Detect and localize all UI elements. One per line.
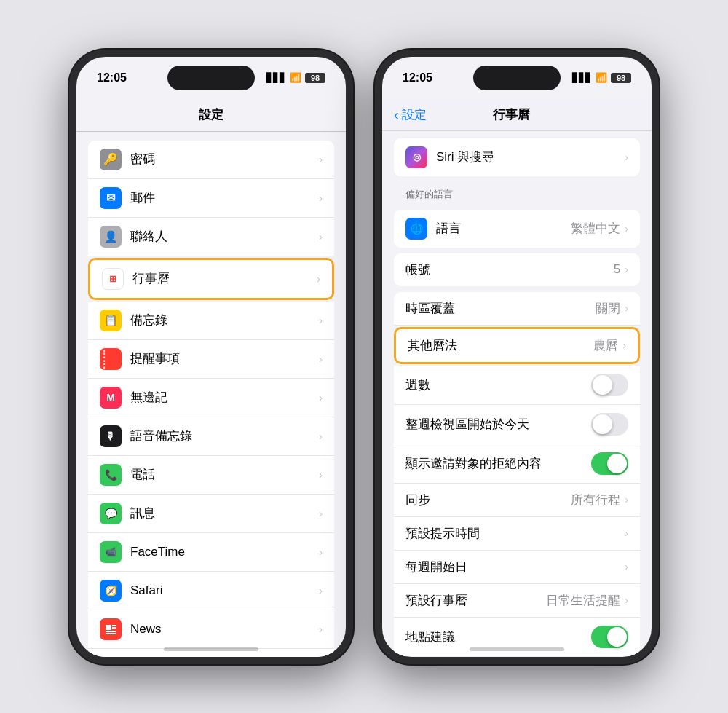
settings-item-messages[interactable]: 💬 訊息 ›	[88, 495, 334, 533]
week-start-day-item[interactable]: 每週開始日 ›	[394, 551, 640, 584]
voice-memo-label: 語音備忘錄	[130, 428, 319, 444]
sync-chevron: ›	[625, 494, 628, 505]
phone-right: 12:05 ▋▋▋ 📶 98 ‹ 設定 行事曆 ◎ Siri 與搜尋	[375, 50, 659, 664]
default-calendar-item[interactable]: 預設行事曆 日常生活提醒 ›	[394, 584, 640, 618]
settings-list-left: 🔑 密碼 › ✉ 郵件 › 👤 聯絡人 › ⊞	[76, 132, 346, 664]
language-group: 🌐 語言 繁體中文 ›	[394, 210, 640, 248]
nav-title-right: 行事曆	[427, 106, 596, 123]
facetime-chevron: ›	[319, 546, 323, 558]
phone-frame-left: 12:05 ▋▋▋ 📶 98 設定 🔑 密碼 › ✉	[69, 50, 353, 664]
notes-icon: 📋	[100, 310, 122, 331]
week-numbers-thumb	[593, 375, 612, 395]
default-calendar-label: 預設行事曆	[405, 592, 546, 609]
week-numbers-item[interactable]: 週數	[394, 366, 640, 405]
settings-item-freeform[interactable]: M 無邊記 ›	[88, 379, 334, 417]
voice-memo-icon: 🎙	[100, 425, 122, 447]
show-invite-label: 顯示邀請對象的拒絕內容	[405, 455, 591, 472]
show-invite-item[interactable]: 顯示邀請對象的拒絕內容	[394, 444, 640, 484]
settings-item-password[interactable]: 🔑 密碼 ›	[88, 141, 334, 179]
default-calendar-chevron: ›	[625, 594, 628, 606]
facetime-label: FaceTime	[130, 545, 319, 559]
home-indicator-right	[470, 647, 564, 651]
account-value: 5	[614, 262, 620, 277]
phone-left: 12:05 ▋▋▋ 📶 98 設定 🔑 密碼 › ✉	[69, 50, 353, 664]
mail-chevron: ›	[319, 192, 323, 204]
settings-item-contacts[interactable]: 👤 聯絡人 ›	[88, 218, 334, 256]
siri-group: ◎ Siri 與搜尋 ›	[394, 138, 640, 176]
phone-icon: 📞	[100, 464, 122, 486]
globe-icon: 🌐	[405, 218, 427, 240]
week-numbers-label: 週數	[405, 377, 591, 393]
stocks-label: 股市	[130, 659, 319, 664]
safari-label: Safari	[130, 583, 319, 598]
settings-group-1: 🔑 密碼 › ✉ 郵件 › 👤 聯絡人 › ⊞	[88, 141, 334, 664]
calendar-settings: ◎ Siri 與搜尋 › 偏好的語言 🌐 語言 繁體中文 › 帳號	[382, 131, 652, 660]
location-toggle[interactable]	[591, 626, 628, 648]
dynamic-island-left	[167, 66, 255, 90]
settings-item-safari[interactable]: 🧭 Safari ›	[88, 572, 334, 610]
home-indicator-left	[164, 647, 258, 651]
facetime-icon: 📹	[100, 541, 122, 563]
week-numbers-toggle[interactable]	[591, 374, 628, 396]
settings-item-calendar[interactable]: ⊞ 行事曆 ›	[88, 258, 334, 300]
sync-value: 所有行程	[571, 492, 620, 508]
back-button[interactable]: ‹ 設定	[394, 106, 427, 123]
battery-right: 98	[611, 73, 631, 83]
messages-label: 訊息	[130, 505, 319, 521]
other-calendar-value: 農曆	[593, 337, 618, 354]
messages-chevron: ›	[319, 508, 323, 519]
calendar-options-group: 時區覆蓋 關閉 › 其他曆法 農曆 › 週數	[394, 292, 640, 656]
sync-item[interactable]: 同步 所有行程 ›	[394, 484, 640, 517]
settings-item-facetime[interactable]: 📹 FaceTime ›	[88, 533, 334, 572]
freeform-icon: M	[100, 387, 122, 409]
settings-item-voice-memo[interactable]: 🎙 語音備忘錄 ›	[88, 417, 334, 456]
language-chevron: ›	[625, 223, 628, 235]
default-alert-item[interactable]: 預設提示時間 ›	[394, 517, 640, 551]
back-arrow-icon: ‹	[394, 107, 399, 122]
notes-label: 備忘錄	[130, 312, 319, 328]
language-value: 繁體中文	[571, 220, 620, 237]
phone-label: 電話	[130, 466, 319, 483]
week-start-day-label: 每週開始日	[405, 559, 625, 575]
password-chevron: ›	[319, 154, 323, 165]
timezone-value: 關閉	[596, 300, 620, 317]
calendar-label: 行事曆	[132, 270, 317, 287]
siri-label: Siri 與搜尋	[436, 149, 625, 165]
settings-item-news[interactable]: News ›	[88, 610, 334, 649]
show-invite-toggle[interactable]	[591, 452, 628, 475]
week-start-toggle[interactable]	[591, 413, 628, 436]
dynamic-island-right	[473, 66, 561, 90]
signal-icon-right: ▋▋▋	[572, 73, 592, 83]
calendar-chevron: ›	[317, 273, 320, 285]
settings-item-stocks[interactable]: 📈 股市 ›	[88, 649, 334, 664]
week-start-item[interactable]: 整週檢視區開始於今天	[394, 405, 640, 444]
reminders-chevron: ›	[319, 353, 323, 365]
show-invite-thumb	[607, 454, 627, 473]
language-item[interactable]: 🌐 語言 繁體中文 ›	[394, 210, 640, 248]
account-item[interactable]: 帳號 5 ›	[394, 253, 640, 286]
phone-frame-right: 12:05 ▋▋▋ 📶 98 ‹ 設定 行事曆 ◎ Siri 與搜尋	[375, 50, 659, 664]
account-chevron: ›	[625, 264, 628, 275]
time-right: 12:05	[403, 71, 432, 84]
settings-item-mail[interactable]: ✉ 郵件 ›	[88, 179, 334, 218]
contacts-icon: 👤	[100, 226, 122, 248]
settings-item-notes[interactable]: 📋 備忘錄 ›	[88, 302, 334, 340]
phone-chevron: ›	[319, 469, 323, 481]
sync-label: 同步	[405, 492, 571, 508]
siri-item[interactable]: ◎ Siri 與搜尋 ›	[394, 138, 640, 176]
timezone-item[interactable]: 時區覆蓋 關閉 ›	[394, 292, 640, 326]
settings-item-reminders[interactable]: ⋮ ⋮ 提醒事項 ›	[88, 340, 334, 379]
contacts-label: 聯絡人	[130, 228, 319, 245]
time-left: 12:05	[97, 71, 127, 84]
reminders-icon: ⋮ ⋮	[100, 348, 122, 370]
safari-chevron: ›	[319, 585, 323, 596]
notes-chevron: ›	[319, 315, 323, 326]
other-calendar-item[interactable]: 其他曆法 農曆 ›	[394, 327, 640, 364]
mail-icon: ✉	[100, 187, 122, 209]
settings-item-phone[interactable]: 📞 電話 ›	[88, 456, 334, 495]
week-start-label: 整週檢視區開始於今天	[405, 416, 591, 433]
stocks-chevron: ›	[319, 662, 323, 664]
messages-icon: 💬	[100, 503, 122, 524]
wifi-icon-right: 📶	[596, 72, 607, 83]
status-icons-left: ▋▋▋ 📶 98	[266, 72, 325, 83]
